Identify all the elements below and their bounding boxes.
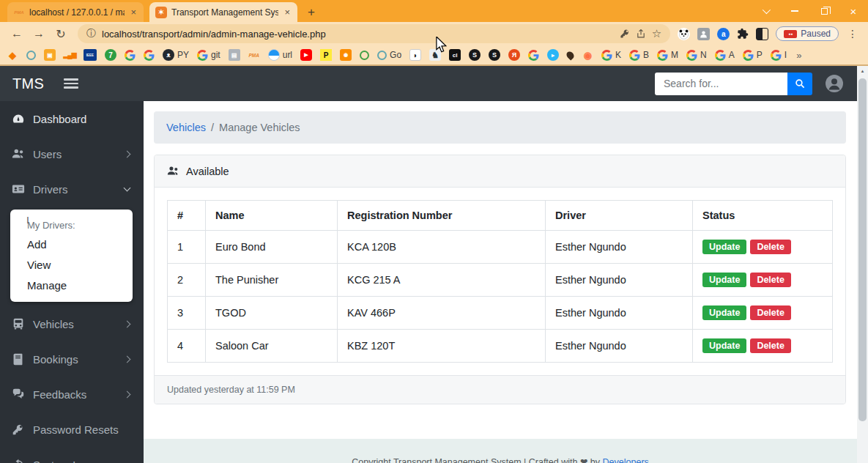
search-button[interactable]: [787, 73, 812, 95]
bookmark-google-k[interactable]: K: [601, 50, 621, 61]
window-minimize-button[interactable]: [780, 0, 809, 22]
update-button[interactable]: Update: [702, 305, 746, 320]
bookmark-phpmyadmin[interactable]: PMA: [248, 49, 260, 61]
a-extension-icon[interactable]: a: [717, 28, 730, 40]
bookmark-go[interactable]: Go: [377, 50, 401, 60]
delete-button[interactable]: Delete: [750, 305, 791, 320]
tab-transport-management[interactable]: ✶ Transport Management System - ×: [149, 2, 297, 22]
breadcrumb-link-vehicles[interactable]: Vehicles: [166, 122, 206, 133]
bookmark-google-1[interactable]: [125, 50, 136, 61]
delete-button[interactable]: Delete: [750, 338, 791, 353]
bookmark-bird[interactable]: ◗: [409, 49, 421, 61]
url-text[interactable]: localhost/transport/admin/admin-manage-v…: [102, 29, 614, 40]
bookmark-star-icon[interactable]: ☆: [652, 27, 661, 40]
bookmark-google-b[interactable]: B: [629, 50, 649, 61]
bookmark-google-git[interactable]: git: [197, 50, 220, 61]
panda-extension-icon[interactable]: [678, 28, 690, 40]
sidebar-item-users[interactable]: Users: [0, 136, 144, 171]
submenu-item-view[interactable]: View: [10, 254, 133, 275]
browser-menu-kebab-icon[interactable]: ⋮: [847, 28, 858, 40]
cell-status: UpdateDelete: [693, 264, 833, 297]
submenu-item-manage[interactable]: Manage: [10, 275, 133, 295]
cell-status: UpdateDelete: [693, 231, 833, 264]
sidebar-item-password-resets[interactable]: Password Resets: [0, 412, 144, 447]
bookmark-google-2[interactable]: [144, 50, 155, 61]
sidebar-item-bookings[interactable]: Bookings: [0, 341, 144, 377]
bookmark-google-i[interactable]: I: [771, 50, 787, 61]
bookmark-teal-ring[interactable]: [26, 51, 36, 60]
dark-reader-extension-icon[interactable]: [756, 28, 768, 40]
address-bar[interactable]: ⓘ localhost/transport/admin/admin-manage…: [78, 24, 670, 43]
window-close-button[interactable]: ×: [839, 0, 868, 22]
bookmark-telegram[interactable]: ▸: [547, 49, 559, 61]
scrollbar-thumb[interactable]: [858, 78, 867, 421]
tab-close-icon[interactable]: ×: [129, 7, 138, 18]
search-icon: [795, 78, 805, 89]
user-profile-icon[interactable]: [825, 74, 844, 93]
bookmark-youtube[interactable]: ▶: [300, 49, 312, 61]
tab-title: Transport Management System -: [171, 7, 278, 18]
bookmark-google-p[interactable]: P: [743, 50, 763, 61]
key-icon[interactable]: [620, 29, 630, 39]
update-button[interactable]: Update: [702, 273, 746, 287]
window-restore-button[interactable]: [809, 0, 839, 22]
sidebar-item-feedbacks[interactable]: Feedbacks: [0, 377, 144, 412]
bookmark-eye[interactable]: ◉: [582, 49, 593, 61]
bookmark-p[interactable]: P: [320, 49, 332, 61]
page-scrollbar[interactable]: ▲: [857, 66, 868, 463]
bookmark-video[interactable]: ◉: [340, 49, 352, 61]
update-button[interactable]: Update: [702, 240, 746, 254]
cl-icon: cl: [449, 49, 461, 61]
bookmark-seven[interactable]: 7: [105, 49, 116, 61]
back-icon[interactable]: ←: [7, 27, 26, 40]
update-button[interactable]: Update: [702, 338, 746, 353]
person-extension-icon[interactable]: [697, 28, 710, 40]
sidebar-toggle-icon[interactable]: [64, 78, 78, 89]
bookmark-yandex[interactable]: Я: [508, 49, 520, 61]
bookmark-google-3[interactable]: [528, 50, 539, 61]
delete-button[interactable]: Delete: [750, 240, 791, 254]
sidebar-item-label: Drivers: [33, 183, 116, 196]
app-brand[interactable]: TMS: [12, 75, 44, 92]
extensions-puzzle-icon[interactable]: [737, 28, 749, 40]
developers-link[interactable]: Developers: [603, 457, 649, 463]
share-icon[interactable]: [636, 29, 646, 39]
tab-phpmyadmin[interactable]: PMA localhost / 127.0.0.1 / martdevelo ×: [7, 2, 144, 22]
bookmark-diamond[interactable]: ◆: [7, 49, 18, 61]
bookmark-google-a[interactable]: A: [715, 50, 735, 61]
bookmark-cloud-url[interactable]: url: [268, 49, 292, 61]
teal-swirl-icon: [377, 51, 387, 60]
cell-registration: KAV 466P: [338, 297, 546, 330]
sidebar-item-system-logs[interactable]: System Logs: [0, 447, 144, 463]
tab-close-icon[interactable]: ×: [283, 7, 292, 18]
sidebar-item-drivers[interactable]: Drivers: [0, 171, 144, 207]
scrollbar-up-arrow-icon[interactable]: ▲: [857, 66, 868, 77]
bookmark-github-py[interactable]: ᴥPY: [163, 49, 189, 61]
bookmarks-overflow-icon[interactable]: »: [796, 50, 801, 61]
bookmark-cl[interactable]: cl: [449, 49, 461, 61]
site-info-icon[interactable]: ⓘ: [86, 27, 96, 40]
bookmark-green-ring[interactable]: [360, 51, 369, 60]
bookmark-flame[interactable]: [567, 51, 574, 59]
new-tab-button[interactable]: +: [308, 5, 315, 22]
bookmark-ieee[interactable]: IEEE: [84, 49, 97, 61]
bookmark-s-2[interactable]: S: [489, 49, 500, 61]
bookmark-google-m[interactable]: M: [657, 50, 678, 61]
bookmark-s-1[interactable]: S: [469, 49, 481, 61]
sidebar-item-dashboard[interactable]: Dashboard: [0, 101, 144, 136]
window-menu-chevron-icon[interactable]: [751, 0, 780, 22]
reload-icon[interactable]: ↻: [51, 27, 70, 41]
sidebar-item-vehicles[interactable]: Vehicles: [0, 306, 144, 341]
forward-icon[interactable]: →: [29, 27, 48, 40]
ya-icon: Я: [508, 49, 520, 61]
bookmark-camera[interactable]: ▣: [44, 49, 56, 61]
search-input[interactable]: [655, 73, 787, 95]
bookmark-analytics[interactable]: ▂▄▆: [64, 49, 75, 61]
cell-num: 2: [168, 264, 206, 297]
bookmark-google-n[interactable]: N: [686, 50, 707, 61]
delete-button[interactable]: Delete: [750, 273, 791, 287]
cell-name: Euro Bond: [206, 231, 338, 264]
bookmark-printer[interactable]: ▤: [229, 49, 240, 61]
paused-extension-pill[interactable]: ●● Paused: [776, 26, 839, 41]
submenu-item-add[interactable]: Add: [10, 234, 133, 254]
